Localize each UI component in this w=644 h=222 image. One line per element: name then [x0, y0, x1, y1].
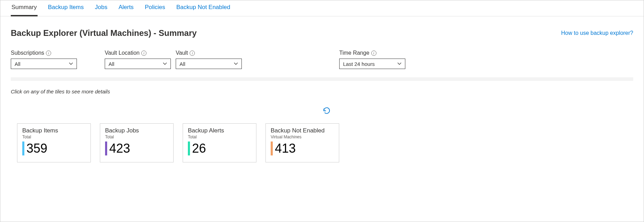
- info-icon[interactable]: i: [141, 51, 146, 56]
- filter-label-vault: Vault i: [176, 50, 242, 56]
- filters-row: Subscriptions i All Vault Location i All: [11, 50, 633, 69]
- tile-subtitle: Total: [188, 135, 251, 139]
- tile-backup-jobs[interactable]: Backup Jobs Total 423: [100, 123, 174, 162]
- tile-accent-bar: [105, 141, 107, 155]
- hint-text: Click on any of the tiles to see more de…: [11, 89, 633, 94]
- tile-subtitle: Total: [22, 135, 86, 139]
- tab-jobs[interactable]: Jobs: [94, 0, 108, 16]
- tile-value: 423: [109, 142, 130, 155]
- tile-backup-items[interactable]: Backup Items Total 359: [17, 123, 91, 162]
- tab-summary[interactable]: Summary: [11, 0, 38, 16]
- filter-label-subscriptions: Subscriptions i: [11, 50, 77, 56]
- tile-title: Backup Jobs: [105, 127, 168, 134]
- chevron-down-icon: [397, 62, 401, 66]
- tile-title: Backup Alerts: [188, 127, 251, 134]
- tile-value: 26: [192, 142, 206, 155]
- divider: [11, 77, 633, 81]
- tile-value: 413: [275, 142, 296, 155]
- tiles-row: Backup Items Total 359 Backup Jobs Total…: [11, 123, 633, 162]
- tile-subtitle: Total: [105, 135, 168, 139]
- vault-value: All: [180, 61, 185, 67]
- tab-backup-items[interactable]: Backup Items: [47, 0, 85, 16]
- vault-location-value: All: [109, 61, 114, 67]
- vault-location-dropdown[interactable]: All: [105, 59, 171, 69]
- info-icon[interactable]: i: [371, 51, 376, 56]
- tile-accent-bar: [271, 141, 273, 155]
- page-title: Backup Explorer (Virtual Machines) - Sum…: [11, 28, 197, 38]
- time-range-value: Last 24 hours: [343, 61, 375, 67]
- filter-label-vault-location: Vault Location i: [105, 50, 171, 56]
- tile-subtitle: Virtual Machines: [271, 135, 334, 139]
- tabs-row: Summary Backup Items Jobs Alerts Policie…: [0, 0, 644, 16]
- subscriptions-dropdown[interactable]: All: [11, 59, 77, 69]
- tile-title: Backup Not Enabled: [271, 127, 334, 134]
- time-range-label-text: Time Range: [339, 50, 369, 56]
- chevron-down-icon: [69, 62, 73, 66]
- filter-label-time-range: Time Range i: [339, 50, 405, 56]
- subscriptions-value: All: [15, 61, 21, 67]
- vault-label-text: Vault: [176, 50, 188, 56]
- tile-backup-alerts[interactable]: Backup Alerts Total 26: [183, 123, 256, 162]
- chevron-down-icon: [234, 62, 238, 66]
- tab-backup-not-enabled[interactable]: Backup Not Enabled: [176, 0, 231, 16]
- tab-policies[interactable]: Policies: [144, 0, 166, 16]
- tile-value: 359: [26, 142, 47, 155]
- vault-dropdown[interactable]: All: [176, 59, 242, 69]
- tile-title: Backup Items: [22, 127, 86, 134]
- refresh-icon[interactable]: [323, 107, 331, 116]
- vault-location-label-text: Vault Location: [105, 50, 140, 56]
- tab-alerts[interactable]: Alerts: [118, 0, 134, 16]
- tile-accent-bar: [22, 141, 24, 155]
- subscriptions-label-text: Subscriptions: [11, 50, 44, 56]
- tile-accent-bar: [188, 141, 190, 155]
- info-icon[interactable]: i: [190, 51, 195, 56]
- info-icon[interactable]: i: [46, 51, 51, 56]
- help-link[interactable]: How to use backup explorer?: [561, 30, 633, 36]
- chevron-down-icon: [163, 62, 167, 66]
- tile-backup-not-enabled[interactable]: Backup Not Enabled Virtual Machines 413: [265, 123, 339, 162]
- time-range-dropdown[interactable]: Last 24 hours: [339, 59, 405, 69]
